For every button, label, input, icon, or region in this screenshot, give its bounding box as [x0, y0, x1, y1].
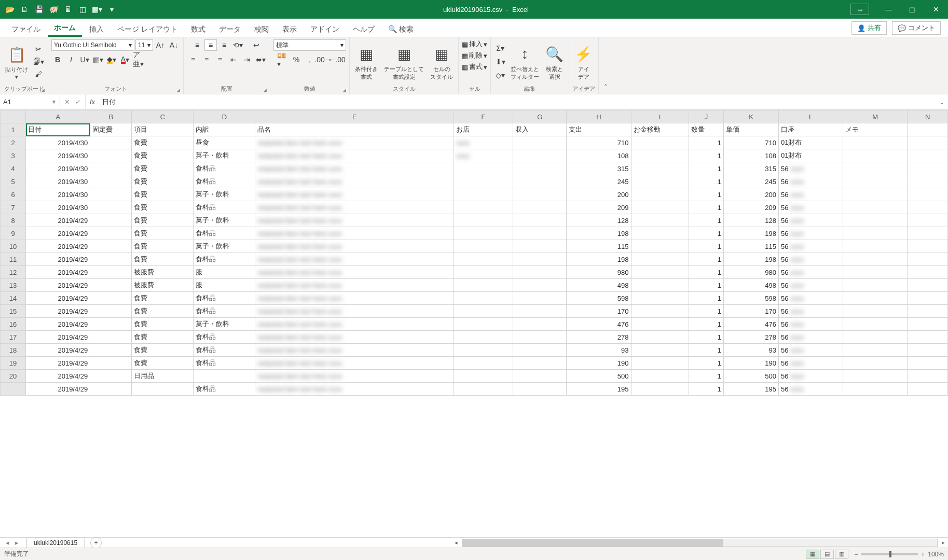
minimize-icon[interactable]: —	[876, 0, 900, 19]
cell-B17[interactable]	[90, 331, 132, 344]
cell-G16[interactable]	[513, 318, 566, 331]
cell-F16[interactable]	[454, 318, 513, 331]
piggy-icon[interactable]: 🐖	[48, 4, 59, 15]
cell-L14[interactable]: 56 xxxx	[779, 292, 843, 305]
expand-formula-bar-icon[interactable]: ⌄	[936, 94, 948, 109]
cell-G1[interactable]: 収入	[513, 123, 566, 136]
cell-J20[interactable]: 1	[689, 370, 723, 383]
font-size-combo[interactable]: 11▾	[135, 39, 153, 51]
row-header-3[interactable]: 3	[1, 149, 26, 162]
col-header-B[interactable]: B	[90, 110, 132, 123]
cell-N15[interactable]	[908, 305, 948, 318]
cell-L20[interactable]: 56 xxxx	[779, 370, 843, 383]
cell-M17[interactable]	[843, 331, 908, 344]
cell-D4[interactable]: 食料品	[194, 162, 255, 175]
cell-D10[interactable]: 菓子・飲料	[194, 240, 255, 253]
formula-input[interactable]: 日付	[99, 94, 936, 109]
font-name-combo[interactable]: Yu Gothic UI Semibold▾	[51, 39, 134, 51]
row-header-4[interactable]: 4	[1, 162, 26, 175]
new-icon[interactable]: 🗎	[19, 4, 30, 15]
add-sheet-button[interactable]: +	[90, 537, 102, 549]
row-header-1[interactable]: 1	[1, 123, 26, 136]
cell-K13[interactable]: 498	[724, 279, 779, 292]
cell-I5[interactable]	[631, 175, 689, 188]
cell-L7[interactable]: 56 xxxx	[779, 201, 843, 214]
cell-F17[interactable]	[454, 331, 513, 344]
cell-B7[interactable]	[90, 201, 132, 214]
cell-E15[interactable]: redacted item text here xxxx	[255, 305, 454, 318]
cell-M3[interactable]	[843, 149, 908, 162]
cell-E19[interactable]: redacted item text here xxxx	[255, 357, 454, 370]
cell-G3[interactable]	[513, 149, 566, 162]
cell-C16[interactable]: 食費	[132, 318, 194, 331]
cell-I20[interactable]	[631, 370, 689, 383]
cell-C6[interactable]: 食費	[132, 188, 194, 201]
dialog-launcher-icon[interactable]: ◢	[342, 88, 346, 93]
cell-I16[interactable]	[631, 318, 689, 331]
cell-C11[interactable]: 食費	[132, 253, 194, 266]
open-icon[interactable]: 📂	[4, 4, 16, 15]
search-box[interactable]: 🔍 検索	[382, 21, 420, 37]
cell-M4[interactable]	[843, 162, 908, 175]
cell-M1[interactable]: メモ	[843, 123, 908, 136]
cell-E8[interactable]: redacted item text here xxxx	[255, 214, 454, 227]
phonetic-icon[interactable]: ア亜▾	[132, 54, 145, 65]
cell-B2[interactable]	[90, 136, 132, 149]
cell-J4[interactable]: 1	[689, 162, 723, 175]
cell-C20[interactable]: 日用品	[132, 370, 194, 383]
cell-C21[interactable]	[132, 383, 194, 396]
cell-L12[interactable]: 56 xxxx	[779, 266, 843, 279]
cell-M7[interactable]	[843, 201, 908, 214]
cell-L8[interactable]: 56 xxxx	[779, 214, 843, 227]
tree-icon[interactable]: ◫	[77, 4, 88, 15]
format-cells-button[interactable]: ▦書式▾	[462, 62, 487, 72]
cell-C13[interactable]: 被服費	[132, 279, 194, 292]
cell-A6[interactable]: 2019/4/30	[26, 188, 90, 201]
cell-L11[interactable]: 56 xxxx	[779, 253, 843, 266]
cell-K20[interactable]: 500	[724, 370, 779, 383]
tab-formulas[interactable]: 数式	[185, 21, 212, 37]
cell-M16[interactable]	[843, 318, 908, 331]
cell-A2[interactable]: 2019/4/30	[26, 136, 90, 149]
cell-K1[interactable]: 単価	[724, 123, 779, 136]
row-header-12[interactable]: 12	[1, 266, 26, 279]
cell-F5[interactable]	[454, 175, 513, 188]
cell-G10[interactable]	[513, 240, 566, 253]
increase-font-icon[interactable]: A↑	[154, 39, 167, 51]
cell-E17[interactable]: redacted item text here xxxx	[255, 331, 454, 344]
cell-J5[interactable]: 1	[689, 175, 723, 188]
cell-D11[interactable]: 食料品	[194, 253, 255, 266]
cell-A7[interactable]: 2019/4/30	[26, 201, 90, 214]
cell-I9[interactable]	[631, 227, 689, 240]
cell-H15[interactable]: 170	[567, 305, 631, 318]
increase-indent-icon[interactable]: ⇥	[241, 54, 253, 65]
cell-E12[interactable]: redacted item text here xxxx	[255, 266, 454, 279]
cell-B14[interactable]	[90, 292, 132, 305]
cell-E9[interactable]: redacted item text here xxxx	[255, 227, 454, 240]
cell-F12[interactable]	[454, 266, 513, 279]
calc-icon[interactable]: 🖩	[62, 4, 74, 15]
cell-B13[interactable]	[90, 279, 132, 292]
cell-H17[interactable]: 278	[567, 331, 631, 344]
cell-D19[interactable]: 食料品	[194, 357, 255, 370]
format-painter-icon[interactable]: 🖌	[32, 68, 45, 80]
orientation-icon[interactable]: ⟲▾	[231, 39, 244, 51]
cell-D8[interactable]: 菓子・飲料	[194, 214, 255, 227]
cell-I4[interactable]	[631, 162, 689, 175]
cell-F9[interactable]	[454, 227, 513, 240]
cell-G17[interactable]	[513, 331, 566, 344]
cell-F20[interactable]	[454, 370, 513, 383]
cell-I8[interactable]	[631, 214, 689, 227]
row-header-16[interactable]: 16	[1, 318, 26, 331]
cell-I7[interactable]	[631, 201, 689, 214]
cell-B5[interactable]	[90, 175, 132, 188]
scroll-right-icon[interactable]: ▸	[939, 539, 948, 546]
cell-C1[interactable]: 項目	[132, 123, 194, 136]
cell-A11[interactable]: 2019/4/29	[26, 253, 90, 266]
cell-H13[interactable]: 498	[567, 279, 631, 292]
cell-J8[interactable]: 1	[689, 214, 723, 227]
qat-more-icon[interactable]: ▾	[106, 4, 117, 15]
cell-B18[interactable]	[90, 344, 132, 357]
cell-J6[interactable]: 1	[689, 188, 723, 201]
cell-E5[interactable]: redacted item text here xxxx	[255, 175, 454, 188]
